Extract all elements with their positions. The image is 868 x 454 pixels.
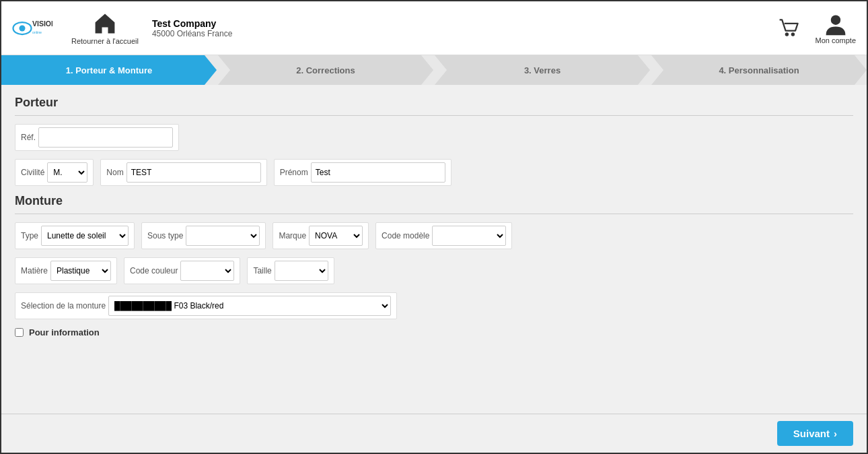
soustype-label: Sous type (147, 231, 183, 240)
vision-logo: VISION online (12, 15, 52, 42)
prenom-input[interactable] (311, 162, 445, 183)
matiere-label: Matière (21, 266, 48, 275)
civilite-select[interactable]: M. Mme Mlle (47, 162, 87, 183)
home-nav[interactable]: Retourner à l'accueil (71, 11, 139, 45)
prenom-box: Prénom (274, 159, 451, 186)
name-row: Civilité M. Mme Mlle Nom Prénom (15, 159, 853, 186)
suivant-arrow: › (834, 428, 837, 439)
marque-label: Marque (279, 231, 306, 240)
taille-box: Taille (247, 257, 334, 284)
step-4[interactable]: 4. Personnalisation (651, 55, 867, 85)
type-box: Type Lunette de soleil Lunette de vue (15, 222, 135, 249)
taille-label: Taille (253, 266, 271, 275)
monture-divider (15, 214, 853, 214)
step-2-label: 2. Corrections (296, 65, 355, 75)
type-select[interactable]: Lunette de soleil Lunette de vue (41, 226, 129, 246)
header: VISION online Retourner à l'accueil Test… (1, 1, 867, 55)
ref-box: Réf. (15, 124, 179, 151)
svg-text:VISION: VISION (32, 20, 52, 28)
steps-nav: 1. Porteur & Monture 2. Corrections 3. V… (1, 55, 867, 85)
marque-select[interactable]: NOVA (309, 226, 363, 246)
codemodele-box: Code modèle (375, 222, 512, 249)
civilite-box: Civilité M. Mme Mlle (15, 159, 94, 186)
company-name: Test Company (152, 18, 778, 29)
account-icon (824, 12, 848, 36)
pour-information-checkbox[interactable] (15, 328, 24, 337)
svg-point-6 (791, 32, 795, 36)
home-nav-label: Retourner à l'accueil (71, 37, 139, 45)
svg-marker-4 (96, 13, 115, 33)
svg-point-5 (785, 32, 789, 36)
prenom-label: Prénom (280, 168, 308, 177)
matiere-select[interactable]: Plastique Métal (50, 261, 111, 281)
suivant-label: Suivant (793, 428, 830, 439)
codemodele-label: Code modèle (382, 231, 429, 240)
ref-row: Réf. (15, 124, 853, 151)
monture-row3: Sélection de la monture ██████████ F03 B… (15, 292, 853, 319)
svg-point-1 (20, 25, 26, 31)
step-4-label: 4. Personnalisation (719, 65, 799, 75)
soustype-select[interactable] (186, 226, 260, 246)
selection-select[interactable]: ██████████ F03 Black/red (108, 296, 391, 316)
pour-information-row: Pour information (15, 327, 853, 337)
app-window: VISION online Retourner à l'accueil Test… (0, 0, 868, 454)
marque-box: Marque NOVA (273, 222, 369, 249)
step-3[interactable]: 3. Verres (435, 55, 650, 85)
codecouleur-box: Code couleur (124, 257, 240, 284)
company-address: 45000 Orléans France (152, 29, 778, 38)
ref-input[interactable] (38, 127, 173, 148)
cart-icon (777, 16, 801, 40)
nom-input[interactable] (126, 162, 261, 183)
header-right: Mon compte (777, 12, 856, 44)
civilite-label: Civilité (21, 168, 44, 177)
porteur-title: Porteur (15, 96, 853, 110)
matiere-box: Matière Plastique Métal (15, 257, 117, 284)
step-2[interactable]: 2. Corrections (218, 55, 433, 85)
account-area[interactable]: Mon compte (815, 12, 856, 44)
soustype-box: Sous type (141, 222, 266, 249)
step-1[interactable]: 1. Porteur & Monture (1, 55, 217, 85)
monture-row1: Type Lunette de soleil Lunette de vue So… (15, 222, 853, 249)
svg-point-7 (831, 15, 840, 24)
nom-box: Nom (100, 159, 266, 186)
svg-text:online: online (32, 30, 42, 34)
nom-label: Nom (106, 168, 123, 177)
step-3-label: 3. Verres (524, 65, 560, 75)
company-info: Test Company 45000 Orléans France (152, 18, 778, 38)
account-label: Mon compte (815, 36, 856, 44)
taille-select[interactable] (275, 261, 328, 281)
codecouleur-label: Code couleur (130, 266, 178, 275)
step-1-label: 1. Porteur & Monture (66, 65, 153, 75)
porteur-divider (15, 115, 853, 116)
footer: Suivant › (1, 414, 867, 453)
suivant-button[interactable]: Suivant › (777, 421, 853, 446)
home-icon (93, 11, 117, 36)
pour-information-label: Pour information (29, 327, 100, 337)
logo-area: VISION online (12, 15, 55, 42)
type-label: Type (21, 231, 38, 240)
selection-box: Sélection de la monture ██████████ F03 B… (15, 292, 397, 319)
monture-title: Monture (15, 194, 853, 208)
selection-label: Sélection de la monture (21, 301, 106, 311)
codemodele-select[interactable] (432, 226, 506, 246)
monture-row2: Matière Plastique Métal Code couleur Tai… (15, 257, 853, 284)
main-content: Porteur Réf. Civilité M. Mme Mlle Nom (1, 85, 867, 414)
codecouleur-select[interactable] (180, 261, 234, 281)
cart-area[interactable] (777, 16, 801, 40)
ref-label: Réf. (21, 133, 36, 142)
